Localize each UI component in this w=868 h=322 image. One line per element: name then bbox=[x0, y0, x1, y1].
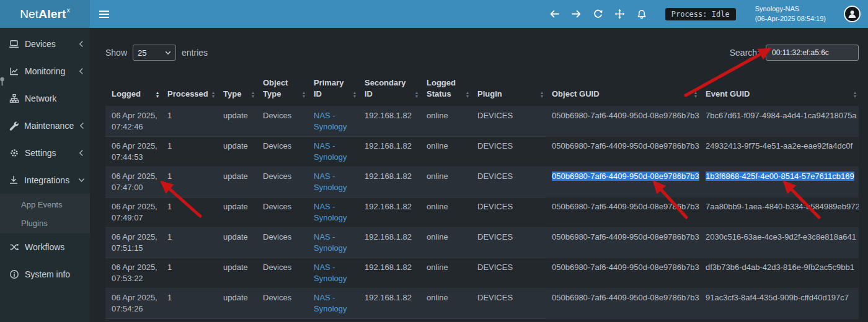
table-row[interactable]: 06 Apr 2025, 07:42:46 1 update Devices N… bbox=[105, 107, 859, 137]
column-header-processed[interactable]: Processed▴▾ bbox=[161, 74, 217, 107]
cell-primary-id[interactable]: NAS - Synology bbox=[308, 167, 358, 198]
sort-icon[interactable]: ▴▾ bbox=[156, 91, 159, 100]
sidebar-item-label: Network bbox=[25, 94, 56, 103]
cell-plugin: DEVICES bbox=[471, 107, 546, 137]
hamburger-menu-icon[interactable] bbox=[92, 0, 116, 28]
column-header-plugin[interactable]: Plugin▴▾ bbox=[471, 74, 546, 107]
sort-icon[interactable]: ▴▾ bbox=[252, 91, 254, 100]
sidebar-item-maintenance[interactable]: Maintenance bbox=[0, 112, 90, 139]
cell-object-guid: 050b6980-7af6-4409-950d-08e9786b7b33 bbox=[546, 258, 699, 289]
page-size-control: Show 25 entries bbox=[105, 45, 208, 61]
primary-id-link: NAS - Synology bbox=[314, 141, 347, 162]
topbar: NetAlertx bbox=[0, 0, 868, 28]
cell-secondary-id: 192.168.1.82 bbox=[358, 289, 420, 319]
sort-icon[interactable]: ▴▾ bbox=[353, 91, 356, 100]
gear-icon bbox=[9, 148, 19, 158]
cell-primary-id[interactable]: NAS - Synology bbox=[308, 289, 358, 319]
app-logo[interactable]: NetAlertx bbox=[0, 0, 90, 28]
table-row[interactable]: 06 Apr 2025, 07:53:22 1 update Devices N… bbox=[105, 258, 859, 289]
sidebar-item-monitoring[interactable]: Monitoring bbox=[0, 58, 90, 85]
cell-logged: 06 Apr 2025, bbox=[105, 319, 161, 322]
bell-icon[interactable] bbox=[636, 9, 647, 20]
cell-object-type: Devices bbox=[257, 258, 308, 289]
cell-type: update bbox=[217, 258, 257, 289]
column-header-event-guid[interactable]: Event GUID▴▾ bbox=[699, 74, 859, 107]
cell-object-guid: 050b6980-7af6-4409-950d-08e9786b7b33 bbox=[546, 107, 699, 137]
table-row[interactable]: 06 Apr 2025, 07:54:26 1 update Devices N… bbox=[105, 289, 859, 319]
integrations-icon bbox=[9, 175, 19, 185]
sidebar-item-network[interactable]: Network bbox=[0, 85, 90, 112]
integrations-submenu: App Events Plugins bbox=[0, 194, 90, 233]
cell-object-guid: 050b6980-7af6-4409-950d-08e9786b7b33 bbox=[546, 198, 699, 228]
table-row[interactable]: 06 Apr 2025, 1 update Devices NAS - Syno… bbox=[105, 319, 859, 322]
table-header: Logged▴▾Processed▴▾Type▴▾Object Type▴▾Pr… bbox=[105, 74, 859, 107]
sidebar-item-label: Monitoring bbox=[25, 66, 65, 76]
sidebar-item-settings[interactable]: Settings bbox=[0, 139, 90, 167]
cell-secondary-id: 192.168.1.82 bbox=[358, 258, 420, 289]
column-header-logged-status[interactable]: Logged Status▴▾ bbox=[420, 74, 471, 107]
cell-primary-id[interactable]: NAS - Synology bbox=[308, 258, 358, 289]
cell-processed: 1 bbox=[161, 198, 217, 228]
user-icon bbox=[847, 9, 857, 19]
cell-primary-id[interactable]: NAS - Synology bbox=[308, 107, 358, 137]
sidebar: Devices Monitoring Network Maintenance S… bbox=[0, 28, 90, 322]
cell-event-guid: 1b3f6868-425f-4e00-8514-57e7611cb169 bbox=[699, 167, 859, 198]
table-row[interactable]: 06 Apr 2025, 07:49:07 1 update Devices N… bbox=[105, 198, 859, 228]
cell-primary-id[interactable]: NAS - Synology bbox=[308, 319, 358, 322]
topbar-main: Process: Idle Synology-NAS (06-Apr-2025 … bbox=[90, 0, 868, 28]
sort-icon[interactable]: ▴▾ bbox=[303, 91, 305, 100]
cell-secondary-id: 192.168.1.82 bbox=[358, 107, 420, 137]
table-body: 06 Apr 2025, 07:42:46 1 update Devices N… bbox=[105, 107, 859, 322]
sort-icon[interactable]: ▴▾ bbox=[854, 91, 856, 100]
cell-primary-id[interactable]: NAS - Synology bbox=[308, 137, 358, 167]
cell-plugin: DEVICES bbox=[471, 319, 546, 322]
cell-object-guid: 050b6980-7af6-4409-950d-08e9786b7b33 bbox=[546, 228, 699, 258]
table-row[interactable]: 06 Apr 2025, 07:47:00 1 update Devices N… bbox=[105, 167, 859, 198]
cell-type: update bbox=[217, 167, 257, 198]
sidebar-item-workflows[interactable]: Workflows bbox=[0, 233, 90, 261]
table-header-row: Logged▴▾Processed▴▾Type▴▾Object Type▴▾Pr… bbox=[105, 74, 859, 107]
search-input[interactable] bbox=[766, 45, 859, 61]
sidebar-pin-icon[interactable] bbox=[0, 77, 6, 86]
sidebar-item-devices[interactable]: Devices bbox=[0, 30, 90, 58]
page-size-select[interactable]: 25 bbox=[133, 45, 176, 61]
sidebar-subitem-plugins[interactable]: Plugins bbox=[0, 214, 90, 232]
sort-icon[interactable]: ▴▾ bbox=[212, 91, 215, 100]
refresh-icon[interactable] bbox=[593, 9, 604, 20]
cell-event-guid: df3b73b6-d4ab-42d3-816e-9fb2ac5c9bb1 bbox=[699, 258, 859, 289]
sidebar-item-system-info[interactable]: System info bbox=[0, 261, 90, 288]
cell-plugin: DEVICES bbox=[471, 228, 546, 258]
sort-icon[interactable]: ▴▾ bbox=[541, 91, 543, 100]
column-header-logged[interactable]: Logged▴▾ bbox=[105, 74, 161, 107]
primary-id-link: NAS - Synology bbox=[314, 263, 347, 283]
user-avatar[interactable] bbox=[844, 6, 861, 22]
cell-primary-id[interactable]: NAS - Synology bbox=[308, 198, 358, 228]
cell-processed: 1 bbox=[161, 228, 217, 258]
cell-logged: 06 Apr 2025, 07:47:00 bbox=[105, 167, 161, 198]
cell-secondary-id: 192.168.1.82 bbox=[358, 319, 420, 322]
cell-plugin: DEVICES bbox=[471, 167, 546, 198]
table-row[interactable]: 06 Apr 2025, 07:44:53 1 update Devices N… bbox=[105, 137, 859, 167]
cell-logged: 06 Apr 2025, 07:44:53 bbox=[105, 137, 161, 167]
column-header-secondary-id[interactable]: Secondary ID▴▾ bbox=[358, 74, 420, 107]
sidebar-subitem-app-events[interactable]: App Events bbox=[0, 195, 90, 214]
column-header-object-guid[interactable]: Object GUID▴▾ bbox=[546, 74, 699, 107]
forward-arrow-icon[interactable] bbox=[571, 9, 582, 20]
cell-primary-id[interactable]: NAS - Synology bbox=[308, 228, 358, 258]
info-icon bbox=[9, 269, 19, 279]
sort-icon[interactable]: ▴▾ bbox=[694, 91, 697, 100]
table-row[interactable]: 06 Apr 2025, 07:51:15 1 update Devices N… bbox=[105, 228, 859, 258]
cell-secondary-id: 192.168.1.82 bbox=[358, 137, 420, 167]
sort-icon[interactable]: ▴▾ bbox=[415, 91, 418, 100]
column-header-type[interactable]: Type▴▾ bbox=[217, 74, 257, 107]
cell-event-guid: 24932413-9f75-4e51-aa2e-eae92fa4dc0f bbox=[699, 137, 859, 167]
move-arrows-icon[interactable] bbox=[614, 9, 626, 20]
sidebar-item-integrations[interactable]: Integrations bbox=[0, 167, 90, 194]
column-header-primary-id[interactable]: Primary ID▴▾ bbox=[308, 74, 358, 107]
column-header-object-type[interactable]: Object Type▴▾ bbox=[257, 74, 308, 107]
process-status-badge[interactable]: Process: Idle bbox=[665, 8, 736, 20]
chevron-left-icon bbox=[79, 67, 84, 75]
cell-logged-status: online bbox=[420, 258, 471, 289]
sort-icon[interactable]: ▴▾ bbox=[466, 91, 469, 100]
back-arrow-icon[interactable] bbox=[549, 9, 560, 20]
